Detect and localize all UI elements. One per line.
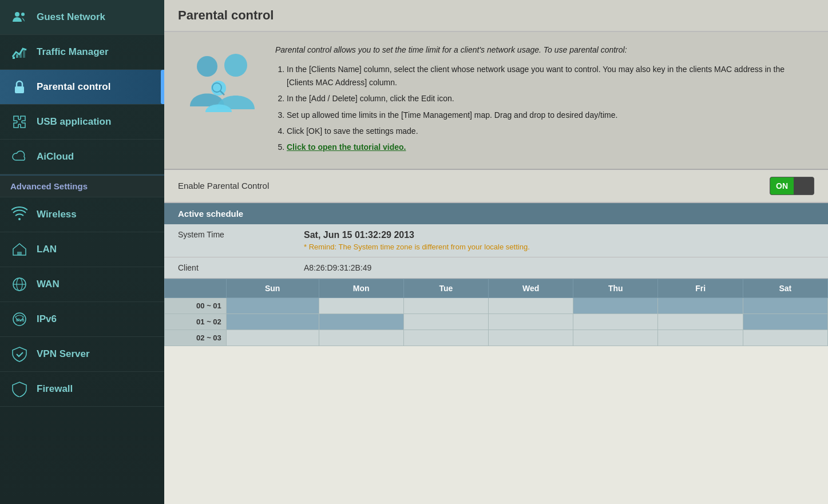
sidebar-item-label: Wireless [37, 209, 77, 220]
sidebar-item-wan[interactable]: WAN [0, 267, 164, 302]
svg-rect-3 [16, 54, 18, 58]
svg-rect-8 [17, 252, 22, 255]
system-time-row: System Time Sat, Jun 15 01:32:29 2013 * … [164, 224, 828, 257]
sidebar-item-label: VPN Server [37, 348, 90, 360]
system-time-display: Sat, Jun 15 01:32:29 2013 [304, 230, 530, 240]
puzzle-icon [10, 113, 29, 131]
col-header-thu: Thu [573, 279, 658, 297]
step-4: Click [OK] to save the settings made. [287, 125, 811, 137]
schedule-cell-tue[interactable] [403, 330, 488, 346]
sidebar-item-parental-control[interactable]: Parental control [0, 70, 164, 105]
schedule-cell-sat[interactable] [743, 330, 827, 346]
main-content: Parental control Parental control allows [164, 0, 828, 504]
sidebar-item-lan[interactable]: LAN [0, 232, 164, 267]
time-label: 01 ~ 02 [165, 313, 227, 330]
home-icon [10, 240, 29, 259]
schedule-cell-wed[interactable] [489, 297, 573, 313]
schedule-cell-mon[interactable] [319, 313, 403, 330]
svg-rect-5 [23, 50, 25, 58]
schedule-cell-sat[interactable] [743, 297, 827, 313]
cloud-icon [10, 148, 29, 166]
sidebar-item-traffic-manager[interactable]: Traffic Manager [0, 35, 164, 70]
col-header-time [165, 279, 227, 297]
sidebar-item-label: WAN [37, 279, 60, 290]
schedule-cell-sat[interactable] [743, 313, 827, 330]
description-text: Parental control allows you to set the t… [275, 43, 811, 56]
remind-text: * Remind: The System time zone is differ… [304, 243, 530, 251]
svg-text:IPv6: IPv6 [16, 318, 25, 322]
system-time-value: Sat, Jun 15 01:32:29 2013 * Remind: The … [304, 230, 530, 251]
schedule-cell-sun[interactable] [226, 330, 319, 346]
sidebar-item-vpn-server[interactable]: VPN Server [0, 337, 164, 372]
time-label: 02 ~ 03 [165, 330, 227, 346]
sidebar-item-label: Firewall [37, 383, 73, 395]
schedule-cell-sun[interactable] [226, 297, 319, 313]
time-label: 00 ~ 01 [165, 297, 227, 313]
sidebar-item-wireless[interactable]: Wireless [0, 197, 164, 232]
wifi-icon [10, 205, 29, 224]
svg-point-1 [21, 13, 25, 16]
people-icon [10, 8, 29, 26]
table-row: 00 ~ 01 [165, 297, 828, 313]
svg-point-0 [15, 12, 19, 17]
schedule-table: Sun Mon Tue Wed Thu Fri Sat 00 ~ 0101 ~ … [164, 279, 828, 346]
schedule-cell-tue[interactable] [403, 297, 488, 313]
schedule-cell-fri[interactable] [658, 330, 743, 346]
step-1: In the [Clients Name] column, select the… [287, 63, 811, 89]
sidebar-item-guest-network[interactable]: Guest Network [0, 0, 164, 35]
svg-rect-2 [13, 57, 15, 59]
sidebar-item-ipv6[interactable]: IPv6 IPv6 [0, 302, 164, 337]
enable-label: Enable Parental Control [178, 181, 758, 191]
shield-icon [10, 380, 29, 398]
schedule-cell-tue[interactable] [403, 313, 488, 330]
sidebar-item-label: IPv6 [37, 313, 57, 325]
info-text: Parental control allows you to set the t… [275, 43, 811, 157]
sidebar: Guest Network Traffic Manager Parental c… [0, 0, 164, 504]
schedule-cell-fri[interactable] [658, 297, 743, 313]
sidebar-item-label: AiCloud [37, 151, 74, 162]
sidebar-item-label: Traffic Manager [37, 46, 109, 58]
step-2: In the [Add / Delete] column, click the … [287, 92, 811, 105]
sidebar-item-usb-application[interactable]: USB application [0, 105, 164, 140]
sidebar-item-aicloud[interactable]: AiCloud [0, 140, 164, 174]
sidebar-item-firewall[interactable]: Firewall [0, 372, 164, 407]
enable-control-row: Enable Parental Control ON [164, 170, 828, 203]
steps-list: In the [Clients Name] column, select the… [275, 63, 811, 153]
lock-icon [10, 78, 29, 96]
sidebar-item-label: USB application [37, 116, 111, 128]
col-header-mon: Mon [319, 279, 403, 297]
client-row: Client A8:26:D9:31:2B:49 [164, 257, 828, 279]
schedule-cell-wed[interactable] [489, 330, 573, 346]
schedule-cell-wed[interactable] [489, 313, 573, 330]
sidebar-item-label: Guest Network [37, 11, 105, 23]
toggle-off-area [794, 177, 814, 195]
col-header-wed: Wed [489, 279, 573, 297]
schedule-section-header: Active schedule [164, 203, 828, 224]
parental-control-icon [181, 49, 262, 120]
schedule-cell-mon[interactable] [319, 297, 403, 313]
step-5[interactable]: Click to open the tutorial video. [287, 141, 811, 153]
col-header-tue: Tue [403, 279, 488, 297]
schedule-cell-thu[interactable] [573, 330, 658, 346]
col-header-fri: Fri [658, 279, 743, 297]
sidebar-item-label: LAN [37, 244, 57, 255]
svg-point-15 [224, 54, 247, 77]
chart-icon [10, 43, 29, 61]
vpn-icon [10, 345, 29, 363]
schedule-cell-thu[interactable] [573, 297, 658, 313]
table-row: 01 ~ 02 [165, 313, 828, 330]
schedule-cell-mon[interactable] [319, 330, 403, 346]
info-section: Parental control allows you to set the t… [164, 32, 828, 170]
schedule-cell-sun[interactable] [226, 313, 319, 330]
schedule-body: System Time Sat, Jun 15 01:32:29 2013 * … [164, 224, 828, 346]
schedule-cell-thu[interactable] [573, 313, 658, 330]
svg-point-14 [197, 56, 217, 77]
parental-control-toggle[interactable]: ON [770, 177, 814, 195]
schedule-cell-fri[interactable] [658, 313, 743, 330]
globe-icon [10, 275, 29, 293]
table-row: 02 ~ 03 [165, 330, 828, 346]
col-header-sun: Sun [226, 279, 319, 297]
svg-rect-4 [19, 52, 22, 58]
toggle-on-label: ON [770, 177, 794, 195]
tutorial-link[interactable]: Click to open the tutorial video. [287, 142, 406, 152]
